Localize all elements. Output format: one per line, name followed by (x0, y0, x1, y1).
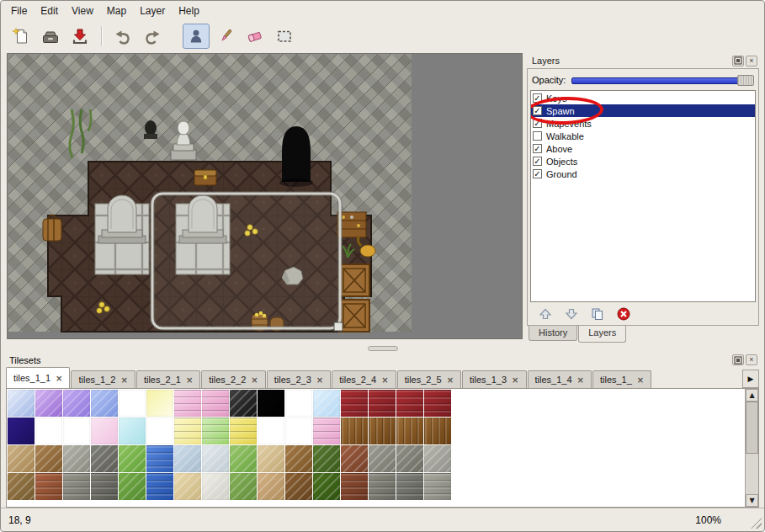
layers-close-button[interactable]: × (746, 56, 757, 66)
scrollbar-track[interactable] (746, 402, 758, 494)
tileset-tile[interactable] (424, 445, 451, 472)
tileset-tile[interactable] (230, 445, 257, 472)
tileset-tile[interactable] (424, 473, 451, 500)
tileset-tile[interactable] (202, 473, 229, 500)
resize-grip[interactable] (751, 518, 762, 529)
tileset-tile[interactable] (202, 418, 229, 444)
tileset-tile[interactable] (285, 445, 312, 472)
tileset-tile[interactable] (313, 390, 340, 417)
tileset-tab-tiles_1_2[interactable]: tiles_1_2× (71, 370, 135, 388)
tileset-tab-tiles_1_3[interactable]: tiles_1_3× (462, 370, 526, 388)
tileset-tile[interactable] (258, 390, 284, 417)
layer-row-walkable[interactable]: Walkable (531, 130, 755, 142)
tileset-tile[interactable] (146, 445, 173, 472)
tileset-tile[interactable] (91, 390, 118, 417)
tileset-tile[interactable] (396, 418, 423, 444)
tileset-tile[interactable] (285, 418, 312, 444)
opacity-slider-handle[interactable] (737, 75, 754, 86)
tab-close-icon[interactable]: × (381, 375, 388, 385)
tileset-tab-tiles_2_1[interactable]: tiles_2_1× (136, 370, 200, 388)
tab-close-icon[interactable]: × (251, 375, 258, 385)
tileset-tile[interactable] (202, 390, 229, 417)
tileset-tile[interactable] (369, 445, 396, 472)
tileset-surface[interactable] (7, 389, 745, 507)
layer-visibility-checkbox-keys[interactable]: ✓ (533, 93, 542, 103)
dock-splitter[interactable] (1, 344, 764, 353)
tileset-scrollbar[interactable]: ▲ ▼ (745, 389, 758, 507)
lower-layer-button[interactable] (562, 306, 581, 322)
tileset-tile[interactable] (174, 418, 201, 444)
tileset-tile[interactable] (424, 418, 451, 444)
layer-row-above[interactable]: ✓Above (531, 142, 755, 155)
stamp-tool-button[interactable] (183, 24, 210, 49)
brush-tool-button[interactable] (212, 24, 239, 49)
tileset-tab-tiles_1_4[interactable]: tiles_1_4× (528, 370, 592, 388)
duplicate-layer-button[interactable] (588, 306, 607, 322)
layer-visibility-checkbox-walkable[interactable] (533, 131, 542, 141)
map-canvas[interactable] (7, 53, 523, 339)
layer-row-keys[interactable]: ✓Keys (531, 92, 755, 104)
tab-close-icon[interactable]: × (447, 375, 454, 385)
tileset-tile[interactable] (146, 390, 173, 417)
menu-item-file[interactable]: File (4, 3, 34, 19)
tab-close-icon[interactable]: × (56, 374, 62, 383)
tileset-tile[interactable] (396, 445, 423, 472)
layer-visibility-checkbox-objects[interactable]: ✓ (533, 157, 542, 166)
tileset-tile[interactable] (230, 473, 257, 500)
tileset-tile[interactable] (8, 473, 35, 500)
tileset-tile[interactable] (369, 390, 396, 417)
tileset-tile[interactable] (369, 418, 396, 444)
menu-item-help[interactable]: Help (172, 3, 206, 19)
tileset-tile[interactable] (174, 445, 201, 472)
tab-close-icon[interactable]: × (577, 375, 584, 385)
menu-item-map[interactable]: Map (100, 3, 133, 19)
tilesets-close-button[interactable]: × (746, 354, 757, 365)
dock-tab-history[interactable]: History (529, 326, 577, 341)
tileset-tile[interactable] (230, 418, 257, 444)
tileset-tile[interactable] (119, 473, 146, 500)
layer-row-objects[interactable]: ✓Objects (531, 155, 755, 168)
tileset-tab-tiles_2_2[interactable]: tiles_2_2× (201, 370, 265, 388)
tileset-tile[interactable] (8, 445, 35, 472)
menu-item-view[interactable]: View (65, 3, 100, 19)
layer-visibility-checkbox-ground[interactable]: ✓ (533, 169, 542, 178)
open-button[interactable] (37, 24, 64, 49)
save-button[interactable] (66, 24, 93, 49)
splitter-grip[interactable] (368, 346, 398, 351)
tileset-tile[interactable] (146, 418, 173, 444)
tileset-tile[interactable] (63, 390, 90, 417)
tab-close-icon[interactable]: × (120, 375, 127, 385)
map-selection-rect[interactable] (152, 194, 340, 328)
tileset-tile[interactable] (285, 473, 312, 500)
layer-visibility-checkbox-mapevents[interactable]: ✓ (533, 119, 542, 128)
tileset-tab-tiles_2_4[interactable]: tiles_2_4× (332, 370, 396, 388)
tileset-tile[interactable] (35, 418, 62, 444)
undo-button[interactable] (109, 24, 136, 49)
tileset-tile[interactable] (396, 390, 423, 417)
tileset-tile[interactable] (35, 445, 62, 472)
tileset-tile[interactable] (91, 418, 118, 444)
tileset-tile[interactable] (8, 418, 35, 444)
eraser-tool-button[interactable] (242, 24, 268, 49)
raise-layer-button[interactable] (536, 306, 555, 322)
tileset-tile[interactable] (91, 445, 118, 472)
tileset-tile[interactable] (174, 390, 201, 417)
tileset-tile[interactable] (313, 445, 340, 472)
tileset-tab-tiles_2_3[interactable]: tiles_2_3× (267, 370, 331, 388)
tab-close-icon[interactable]: × (637, 375, 644, 385)
tileset-tile[interactable] (119, 418, 146, 444)
new-file-button[interactable] (8, 24, 35, 49)
tileset-tile[interactable] (63, 445, 90, 472)
selection-tool-button[interactable] (271, 24, 298, 49)
scroll-up-button[interactable]: ▲ (746, 389, 758, 402)
opacity-slider[interactable] (571, 75, 754, 86)
scrollbar-thumb[interactable] (746, 402, 758, 454)
layer-row-mapevents[interactable]: ✓Mapevents (531, 117, 755, 130)
tileset-tile[interactable] (258, 445, 284, 472)
layers-float-button[interactable] (732, 56, 744, 66)
scroll-down-button[interactable]: ▼ (746, 494, 758, 507)
layer-row-ground[interactable]: ✓Ground (531, 168, 755, 180)
tilesets-float-button[interactable] (732, 354, 744, 365)
tileset-tab-tiles_1_1[interactable]: tiles_1_1× (6, 367, 70, 388)
tab-close-icon[interactable]: × (316, 375, 323, 385)
